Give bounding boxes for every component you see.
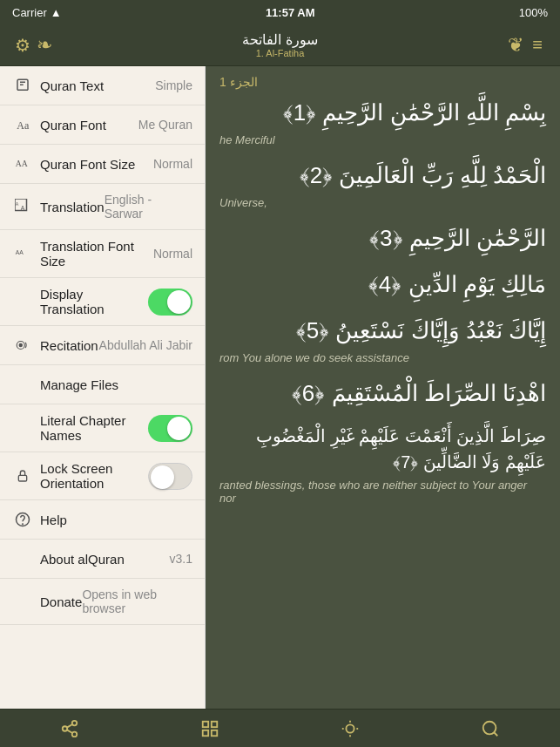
- main-area: Quran Text Simple Aa Quran Font Me Quran…: [0, 66, 560, 709]
- translation-font-size-label: Translation Font Size: [40, 239, 153, 268]
- svg-point-20: [346, 724, 354, 732]
- lock-icon: [12, 465, 33, 486]
- quran-font-size-label: Quran Font Size: [40, 157, 153, 172]
- ayah-3: الرَّحْمَٰنِ الرَّحِيمِ ﴿3﴾: [219, 221, 546, 255]
- sidebar-item-lock-screen-orientation[interactable]: Lock Screen Orientation: [0, 452, 205, 500]
- literal-chapter-names-toggle[interactable]: [148, 415, 192, 442]
- display-translation-icon: [12, 291, 33, 312]
- sidebar-item-manage-files[interactable]: Manage Files: [0, 365, 205, 404]
- translation-font-size-value: Normal: [153, 247, 192, 261]
- ayah-5-arabic: إِيَّاكَ نَعْبُدُ وَإِيَّاكَ نَسْتَعِينُ…: [219, 314, 546, 348]
- tab-search[interactable]: [420, 710, 560, 747]
- sidebar-item-literal-chapter-names[interactable]: Literal Chapter Names: [0, 404, 205, 452]
- nav-bar: ⚙ ❧ سورة الفاتحة 1. Al-Fatiha ❦ ≡: [0, 24, 560, 66]
- ayah-7-arabic: صِرَاطَ الَّذِينَ أَنْعَمْتَ عَلَيْهِمْ …: [219, 423, 546, 475]
- manage-files-icon: [12, 374, 33, 395]
- about-version: v3.1: [170, 552, 192, 566]
- donate-label: Donate: [40, 594, 82, 609]
- svg-rect-8: [18, 475, 26, 481]
- svg-text:AA: AA: [16, 159, 28, 168]
- translate-icon: AA: [12, 196, 33, 217]
- quran-text-label: Quran Text: [40, 78, 155, 93]
- help-icon: [12, 509, 33, 530]
- menu-icon[interactable]: ≡: [523, 31, 551, 59]
- surah-subtitle: 1. Al-Fatiha: [256, 48, 305, 58]
- ayah-2-arabic: الْحَمْدُ لِلَّهِ رَبِّ الْعَالَمِينَ ﴿2…: [219, 159, 546, 193]
- tab-bar: [0, 709, 560, 747]
- svg-rect-17: [212, 721, 217, 726]
- sidebar-item-help[interactable]: Help: [0, 500, 205, 540]
- lock-screen-orientation-label: Lock Screen Orientation: [40, 461, 148, 491]
- sidebar-item-quran-font-size[interactable]: AA Quran Font Size Normal: [0, 145, 205, 184]
- svg-rect-16: [203, 721, 208, 726]
- nav-title-area: سورة الفاتحة 1. Al-Fatiha: [52, 31, 508, 58]
- quran-font-size-value: Normal: [153, 157, 192, 171]
- ayah-3-arabic: الرَّحْمَٰنِ الرَّحِيمِ ﴿3﴾: [219, 221, 546, 255]
- nav-ornament-left-icon: ❧: [37, 34, 52, 57]
- svg-point-12: [63, 726, 68, 731]
- sidebar-item-translation[interactable]: AA Translation English - Sarwar: [0, 184, 205, 230]
- donate-icon: [12, 591, 33, 612]
- svg-line-26: [494, 732, 497, 736]
- ayah-6: اهْدِنَا الصِّرَاطَ الْمُسْتَقِيمَ ﴿6﴾: [219, 377, 546, 411]
- svg-point-10: [23, 524, 24, 525]
- literal-chapter-names-label: Literal Chapter Names: [40, 413, 148, 443]
- ayah-1: بِسْمِ اللَّهِ الرَّحْمَٰنِ الرَّحِيمِ ﴿…: [219, 96, 546, 146]
- display-translation-toggle[interactable]: [148, 289, 192, 316]
- ayah-5-translation: rom You alone we do seek assistance: [219, 351, 546, 364]
- tab-bookmark[interactable]: [280, 710, 421, 747]
- juz-label: الجزء 1: [219, 75, 546, 89]
- ayah-4-arabic: مَالِكِ يَوْمِ الدِّينِ ﴿4﴾: [219, 268, 546, 302]
- quran-content: الجزء 1 بِسْمِ اللَّهِ الرَّحْمَٰنِ الرَ…: [206, 66, 560, 709]
- donate-value: Opens in web browser: [82, 587, 192, 615]
- lock-screen-orientation-toggle[interactable]: [148, 463, 192, 490]
- tab-share[interactable]: [0, 710, 140, 747]
- signal-icon: ▲: [51, 6, 62, 19]
- ayah-7-translation: ranted blessings, those who are neither …: [219, 479, 546, 505]
- sidebar-item-about[interactable]: About alQuran v3.1: [0, 540, 205, 579]
- sidebar-item-quran-text[interactable]: Quran Text Simple: [0, 66, 205, 105]
- sidebar: Quran Text Simple Aa Quran Font Me Quran…: [0, 66, 206, 709]
- status-carrier: Carrier ▲: [12, 6, 62, 19]
- quran-font-label: Quran Font: [40, 118, 138, 132]
- book-icon: [12, 75, 33, 96]
- svg-rect-19: [203, 730, 208, 735]
- ayah-6-arabic: اهْدِنَا الصِّرَاطَ الْمُسْتَقِيمَ ﴿6﴾: [219, 377, 546, 411]
- tab-chapters[interactable]: [140, 710, 280, 747]
- recitation-value: Abdullah Ali Jabir: [99, 338, 192, 352]
- svg-point-11: [72, 720, 78, 725]
- status-battery: 100%: [519, 6, 548, 19]
- surah-title: سورة الفاتحة: [242, 31, 317, 48]
- about-icon: [12, 548, 33, 569]
- sidebar-item-recitation[interactable]: Recitation Abdullah Ali Jabir: [0, 326, 205, 365]
- sidebar-item-quran-font[interactable]: Aa Quran Font Me Quran: [0, 105, 205, 145]
- help-label: Help: [40, 513, 192, 527]
- status-bar: Carrier ▲ 11:57 AM 100%: [0, 0, 560, 24]
- font-icon: Aa: [12, 114, 33, 135]
- about-label: About alQuran: [40, 552, 170, 567]
- ayah-5: إِيَّاكَ نَعْبُدُ وَإِيَّاكَ نَسْتَعِينُ…: [219, 314, 546, 364]
- sidebar-item-display-translation[interactable]: Display Translation: [0, 278, 205, 326]
- ayah-2-translation: Universe,: [219, 196, 546, 209]
- nav-ornament-right-icon: ❦: [508, 34, 523, 57]
- svg-text:AA: AA: [16, 249, 24, 255]
- ayah-1-arabic: بِسْمِ اللَّهِ الرَّحْمَٰنِ الرَّحِيمِ ﴿…: [219, 96, 546, 130]
- status-time: 11:57 AM: [266, 6, 315, 19]
- quran-font-value: Me Quran: [138, 118, 192, 132]
- svg-text:A: A: [21, 205, 25, 211]
- sidebar-item-translation-font-size[interactable]: AA Translation Font Size Normal: [0, 230, 205, 278]
- svg-point-7: [19, 344, 22, 347]
- speaker-icon: [12, 335, 33, 356]
- quran-text-value: Simple: [155, 78, 192, 92]
- svg-line-15: [67, 723, 72, 727]
- ayah-1-translation: he Merciful: [219, 133, 546, 146]
- svg-text:A: A: [16, 201, 19, 207]
- sidebar-item-donate[interactable]: Donate Opens in web browser: [0, 579, 205, 625]
- svg-point-25: [482, 721, 496, 734]
- gear-icon[interactable]: ⚙: [9, 31, 37, 59]
- display-translation-label: Display Translation: [40, 287, 148, 316]
- recitation-label: Recitation: [40, 338, 99, 353]
- ayah-4: مَالِكِ يَوْمِ الدِّينِ ﴿4﴾: [219, 268, 546, 302]
- svg-point-13: [72, 731, 78, 737]
- ayah-7: صِرَاطَ الَّذِينَ أَنْعَمْتَ عَلَيْهِمْ …: [219, 423, 546, 505]
